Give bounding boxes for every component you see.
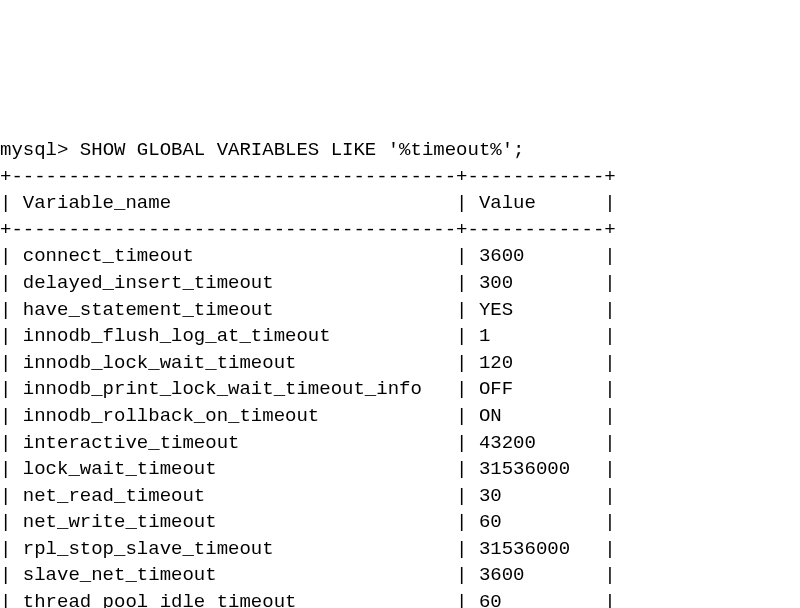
mysql-prompt: mysql> (0, 139, 68, 161)
prompt-line: mysql> SHOW GLOBAL VARIABLES LIKE '%time… (0, 139, 525, 161)
table-header-row: | Variable_name | Value | (0, 192, 616, 214)
terminal-output: mysql> SHOW GLOBAL VARIABLES LIKE '%time… (0, 110, 800, 608)
table-body: | connect_timeout | 3600 | | delayed_ins… (0, 245, 616, 608)
sql-command: SHOW GLOBAL VARIABLES LIKE '%timeout%'; (80, 139, 525, 161)
table-border-top: +---------------------------------------… (0, 166, 616, 188)
table-border-mid: +---------------------------------------… (0, 219, 616, 241)
